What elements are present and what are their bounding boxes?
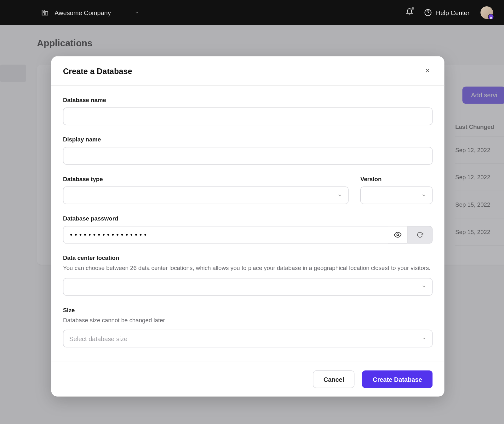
- note-location: You can choose between 26 data center lo…: [63, 264, 432, 273]
- label-db-type: Database type: [63, 175, 349, 182]
- note-size: Database size cannot be changed later: [63, 316, 432, 325]
- modal-close-button[interactable]: [422, 66, 432, 77]
- svg-rect-1: [45, 11, 48, 15]
- label-password: Database password: [63, 215, 432, 222]
- label-db-name: Database name: [63, 97, 432, 103]
- password-mask: •••••••••••••••••: [69, 231, 148, 238]
- help-center-label: Help Center: [436, 9, 470, 16]
- size-placeholder: Select database size: [69, 335, 128, 342]
- chevron-down-icon: [135, 10, 140, 15]
- company-name: Awesome Company: [54, 9, 111, 16]
- password-input[interactable]: •••••••••••••••••: [63, 226, 388, 244]
- svg-point-8: [397, 234, 399, 236]
- avatar-badge: K: [489, 16, 494, 20]
- regenerate-password-button[interactable]: [407, 226, 432, 244]
- size-select[interactable]: Select database size: [63, 330, 432, 347]
- label-display-name: Display name: [63, 136, 432, 143]
- close-icon: [424, 67, 431, 74]
- help-icon: [424, 9, 432, 16]
- version-select[interactable]: [360, 186, 432, 204]
- chevron-down-icon: [421, 283, 426, 290]
- company-switcher[interactable]: Awesome Company: [41, 9, 140, 16]
- help-center-link[interactable]: Help Center: [424, 9, 470, 16]
- toggle-password-visibility-button[interactable]: [388, 226, 407, 244]
- avatar[interactable]: K: [480, 6, 493, 19]
- create-database-modal: Create a Database Database name Display …: [51, 56, 444, 397]
- database-type-select[interactable]: [63, 186, 349, 204]
- topbar: Awesome Company Help Center K: [0, 0, 504, 25]
- notifications-button[interactable]: [406, 8, 413, 17]
- label-version: Version: [360, 175, 432, 182]
- cancel-button[interactable]: Cancel: [313, 370, 355, 388]
- location-select[interactable]: [63, 278, 432, 295]
- chevron-down-icon: [421, 192, 426, 199]
- notification-dot: [412, 7, 414, 10]
- create-database-button[interactable]: Create Database: [362, 370, 432, 388]
- company-icon: [41, 9, 49, 16]
- modal-title: Create a Database: [63, 66, 132, 76]
- display-name-input[interactable]: [63, 147, 432, 165]
- eye-icon: [394, 231, 402, 238]
- label-location: Data center location: [63, 255, 432, 261]
- refresh-icon: [417, 232, 423, 238]
- label-size: Size: [63, 307, 432, 313]
- chevron-down-icon: [337, 192, 342, 199]
- chevron-down-icon: [421, 335, 426, 342]
- database-name-input[interactable]: [63, 107, 432, 125]
